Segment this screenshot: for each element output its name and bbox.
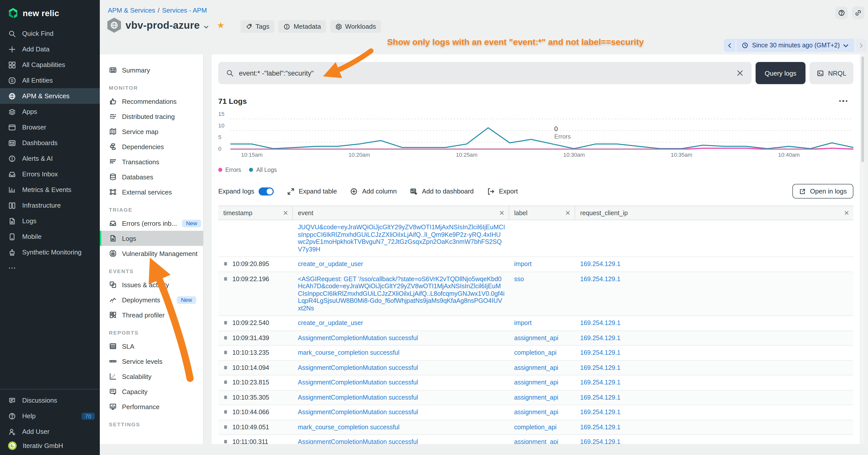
scrollbar[interactable] <box>861 55 865 444</box>
new-relic-logo[interactable]: new relic <box>0 0 100 26</box>
sidebar-item-account[interactable]: Iterativ GmbH <box>0 440 100 455</box>
log-ip-link[interactable]: 169.254.129.1 <box>580 409 620 416</box>
table-row[interactable]: 10:09:22.540 create_or_update_user impor… <box>218 316 854 331</box>
log-ip-link[interactable]: 169.254.129.1 <box>580 349 620 356</box>
expand-table-button[interactable]: Expand table <box>286 187 337 195</box>
time-forward-button[interactable] <box>856 39 867 52</box>
breadcrumb-link-services-apm[interactable]: Services - APM <box>162 6 207 14</box>
log-label-link[interactable]: import <box>514 320 531 326</box>
log-event-link[interactable]: AssignmentCompletionMutation successful <box>298 364 418 371</box>
entity-nav-external-services[interactable]: External services <box>100 185 203 199</box>
remove-column-icon[interactable] <box>844 210 849 216</box>
table-row[interactable]: 10:10:13.235 mark_course_completion succ… <box>218 346 854 360</box>
add-column-button[interactable]: Add column <box>350 187 397 195</box>
entity-nav-dependencies[interactable]: Dependencies <box>100 139 203 154</box>
expand-logs-toggle[interactable]: Expand logs <box>218 187 274 195</box>
log-label-link[interactable]: assignment_api <box>514 364 558 371</box>
log-event-link[interactable]: AssignmentCompletionMutation successful <box>298 334 418 342</box>
log-ip-link[interactable]: 169.254.129.1 <box>580 423 620 430</box>
log-event-link[interactable]: create_or_update_user <box>298 320 363 326</box>
table-row[interactable]: 10:10:44.066 AssignmentCompletionMutatio… <box>218 405 854 420</box>
log-query-input[interactable]: event:* -"label":"security" <box>218 62 751 84</box>
entity-nav-capacity[interactable]: Capacity <box>100 384 203 399</box>
column-header-timestamp[interactable]: timestamp <box>218 206 293 220</box>
sidebar-more[interactable] <box>0 260 100 275</box>
entity-nav-thread-profiler[interactable]: Thread profiler <box>100 307 203 323</box>
sidebar-item-alerts-ai[interactable]: Alerts & AI <box>0 151 100 166</box>
log-ip-link[interactable]: 169.254.129.1 <box>580 320 620 326</box>
sidebar-item-all-entities[interactable]: All Entities <box>0 72 100 88</box>
sidebar-item-logs[interactable]: Logs <box>0 213 100 229</box>
sidebar-item-add-data[interactable]: Add Data <box>0 41 100 57</box>
log-event-link[interactable]: <ASGIRequest: GET '/sso/callback/?state=… <box>298 275 504 312</box>
chevron-down-icon[interactable] <box>204 23 210 29</box>
sidebar-item-all-capabilities[interactable]: All Capabilities <box>0 57 100 72</box>
column-header-event[interactable]: event <box>293 206 509 220</box>
table-row[interactable]: 10:11:00.311 AssignmentCompletionMutatio… <box>218 435 854 444</box>
sidebar-item-dashboards[interactable]: Dashboards <box>0 135 100 151</box>
clear-query-icon[interactable] <box>736 69 744 77</box>
log-event-link[interactable]: AssignmentCompletionMutation successful <box>298 379 418 386</box>
logs-timeseries-chart[interactable]: 151050 10:15am10:20am10:25am10:30am10:35… <box>218 109 854 159</box>
tags-button[interactable]: Tags <box>241 20 275 33</box>
log-event-link[interactable]: create_or_update_user <box>298 260 363 267</box>
favorite-star-icon[interactable]: ★ <box>217 20 225 31</box>
sidebar-item-quick-find[interactable]: Quick Find <box>0 26 100 41</box>
sidebar-item-errors-inbox[interactable]: Errors Inbox <box>0 166 100 182</box>
log-label-link[interactable]: assignment_api <box>514 394 558 401</box>
sidebar-item-discussions[interactable]: Discussions <box>0 392 100 408</box>
entity-nav-databases[interactable]: Databases <box>100 169 203 185</box>
column-header-request-client-ip[interactable]: request_client_ip <box>575 206 854 220</box>
log-ip-link[interactable]: 169.254.129.1 <box>580 260 620 267</box>
log-label-link[interactable]: sso <box>514 275 524 283</box>
log-label-link[interactable]: assignment_api <box>514 379 558 386</box>
log-event-link[interactable]: AssignmentCompletionMutation successful <box>298 394 418 401</box>
log-label-link[interactable]: import <box>514 260 531 267</box>
export-button[interactable]: Export <box>487 187 518 195</box>
legend-errors[interactable]: Errors <box>218 167 241 173</box>
log-event-link[interactable]: mark_course_completion successful <box>298 349 400 356</box>
column-header-label[interactable]: label <box>509 206 575 220</box>
sidebar-item-help[interactable]: Help70 <box>0 408 100 424</box>
copy-link-button[interactable] <box>852 6 865 19</box>
log-event-link[interactable]: AssignmentCompletionMutation successful <box>298 438 418 444</box>
table-row[interactable]: 10:09:31.439 AssignmentCompletionMutatio… <box>218 331 854 346</box>
log-event-link[interactable]: JUQVU&code=eyJraWQiOiJjcGltY29yZV8wOTI1M… <box>298 224 505 253</box>
more-menu[interactable] <box>839 100 847 102</box>
log-ip-link[interactable]: 169.254.129.1 <box>580 334 620 342</box>
table-row[interactable]: 10:10:35.305 AssignmentCompletionMutatio… <box>218 390 854 405</box>
entity-nav-performance[interactable]: Performance <box>100 399 203 414</box>
entity-nav-distributed-tracing[interactable]: Distributed tracing <box>100 109 203 124</box>
table-row[interactable]: 10:09:22.196 <ASGIRequest: GET '/sso/cal… <box>218 272 854 316</box>
sidebar-item-infrastructure[interactable]: Infrastructure <box>0 197 100 213</box>
entity-nav-issues-activity[interactable]: Issues & activity <box>100 277 203 292</box>
entity-nav-service-map[interactable]: Service map <box>100 124 203 139</box>
sidebar-item-apm-services[interactable]: APM & Services <box>0 88 100 104</box>
table-row[interactable]: 10:10:14.094 AssignmentCompletionMutatio… <box>218 360 854 376</box>
sidebar-item-synthetic-monitoring[interactable]: Synthetic Monitoring <box>0 245 100 260</box>
nrql-button[interactable]: NRQL <box>809 62 854 84</box>
remove-column-icon[interactable] <box>565 210 570 216</box>
entity-nav-transactions[interactable]: Transactions <box>100 154 203 169</box>
help-button[interactable] <box>835 6 848 19</box>
log-label-link[interactable]: assignment_api <box>514 438 558 444</box>
log-label-link[interactable]: assignment_api <box>514 409 558 416</box>
table-row-partial[interactable]: JUQVU&code=eyJraWQiOiJjcGltY29yZV8wOTI1M… <box>218 220 854 257</box>
entity-nav-recommendations[interactable]: Recommendations <box>100 94 203 109</box>
sidebar-item-add-user[interactable]: Add User <box>0 424 100 440</box>
entity-nav-sla[interactable]: SLA <box>100 338 203 354</box>
log-ip-link[interactable]: 169.254.129.1 <box>580 379 620 386</box>
open-in-logs-button[interactable]: Open in logs <box>793 184 854 198</box>
remove-column-icon[interactable] <box>283 210 288 216</box>
entity-nav-vulnerability-management[interactable]: Vulnerability Management <box>100 246 203 261</box>
log-label-link[interactable]: completion_api <box>514 423 557 430</box>
entity-nav-deployments[interactable]: DeploymentsNew <box>100 292 203 307</box>
table-row[interactable]: 10:10:49.051 mark_course_completion succ… <box>218 420 854 435</box>
log-label-link[interactable]: completion_api <box>514 349 557 356</box>
legend-all-logs[interactable]: All Logs <box>249 167 277 173</box>
log-ip-link[interactable]: 169.254.129.1 <box>580 275 620 283</box>
log-ip-link[interactable]: 169.254.129.1 <box>580 394 620 401</box>
log-label-link[interactable]: assignment_api <box>514 334 558 342</box>
log-event-link[interactable]: AssignmentCompletionMutation successful <box>298 409 418 416</box>
log-ip-link[interactable]: 169.254.129.1 <box>580 364 620 371</box>
